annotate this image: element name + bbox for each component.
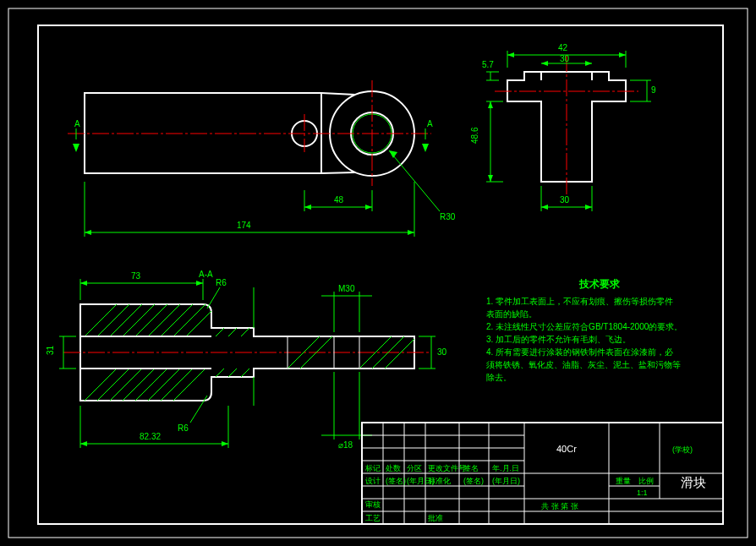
svg-line-67 <box>123 369 155 401</box>
svg-marker-48 <box>488 175 493 182</box>
svg-marker-102 <box>222 441 228 446</box>
section-label: A-A <box>199 270 213 279</box>
svg-marker-37 <box>585 61 592 66</box>
svg-text:年.月.日: 年.月.日 <box>492 464 519 472</box>
svg-text:分区: 分区 <box>407 464 422 472</box>
svg-line-60 <box>148 304 180 336</box>
svg-text:处数: 处数 <box>386 464 401 472</box>
svg-line-96 <box>207 287 220 308</box>
dim-30-bot: 30 <box>560 195 570 205</box>
req-1a: 1. 零件加工表面上，不应有划痕、擦伤等损伤零件 <box>486 297 673 306</box>
svg-marker-13 <box>422 144 429 152</box>
school: (学校) <box>672 445 693 454</box>
material: 40Cr <box>556 444 577 454</box>
svg-text:审核: 审核 <box>365 500 381 509</box>
svg-marker-11 <box>73 144 79 152</box>
svg-text:重量: 重量 <box>616 477 631 485</box>
dim-phi18: ⌀18 <box>338 440 353 450</box>
svg-line-97 <box>190 396 207 423</box>
dim-82-32: 82.32 <box>140 432 161 441</box>
svg-text:工艺: 工艺 <box>365 514 381 522</box>
dim-174: 174 <box>237 221 251 230</box>
req-3: 3. 加工后的零件不允许有毛刺、飞边。 <box>486 335 631 344</box>
requirements-block: 技术要求 1. 零件加工表面上，不应有划痕、擦伤等损伤零件 表面的缺陷。 2. … <box>486 278 682 382</box>
dim-r6-bot: R6 <box>178 423 189 433</box>
svg-line-77 <box>241 369 249 377</box>
dim-r30: R30 <box>440 212 456 221</box>
svg-marker-34 <box>619 52 626 57</box>
svg-marker-92 <box>196 281 203 286</box>
svg-marker-22 <box>85 230 91 235</box>
svg-line-63 <box>186 311 211 336</box>
title-block: 标记 处数 分区 更改文件号 签名 年.月.日 设计 (签名) (年月日) 标准… <box>362 423 723 524</box>
svg-marker-18 <box>365 205 372 210</box>
svg-marker-33 <box>507 52 514 57</box>
svg-marker-25 <box>389 150 397 158</box>
svg-line-65 <box>97 369 129 401</box>
dim-31: 31 <box>46 345 55 355</box>
section-mark-right: A <box>427 119 433 128</box>
svg-line-6 <box>321 172 355 173</box>
dim-r6-top: R6 <box>216 278 227 287</box>
svg-line-57 <box>110 304 142 336</box>
svg-marker-101 <box>80 441 87 446</box>
dim-m30: M30 <box>338 284 355 293</box>
svg-text:设计: 设计 <box>365 477 381 485</box>
svg-line-66 <box>110 369 142 401</box>
svg-text:共 张  第 张: 共 张 第 张 <box>541 502 578 511</box>
svg-text:批准: 批准 <box>428 514 443 522</box>
dim-30-top: 30 <box>560 54 570 63</box>
req-1b: 表面的缺陷。 <box>486 309 537 319</box>
main-view: A A 48 174 R30 <box>68 80 456 237</box>
svg-line-81 <box>372 336 404 369</box>
dim-30-r: 30 <box>437 347 447 357</box>
svg-line-61 <box>161 304 193 336</box>
req-4b: 须将铁锈、氧化皮、油脂、灰尘、泥土、盐和污物等 <box>486 360 681 369</box>
req-4a: 4. 所有需要进行涂装的钢铁制件表面在涂漆前，必 <box>486 347 673 357</box>
req-title: 技术要求 <box>578 278 621 290</box>
svg-marker-17 <box>304 205 311 210</box>
svg-line-70 <box>161 369 193 401</box>
req-2: 2. 未注线性尺寸公差应符合GB/T1804-2000的要求。 <box>486 322 682 331</box>
svg-marker-91 <box>80 281 87 286</box>
svg-text:(签名): (签名) <box>386 477 406 485</box>
svg-text:(签名): (签名) <box>463 477 484 485</box>
svg-text:标记: 标记 <box>364 464 381 472</box>
svg-line-5 <box>321 93 355 95</box>
svg-line-68 <box>135 369 167 401</box>
svg-line-69 <box>148 369 180 401</box>
svg-line-73 <box>228 328 237 336</box>
svg-line-71 <box>173 369 205 401</box>
svg-text:更改文件号: 更改文件号 <box>428 464 466 472</box>
svg-line-64 <box>85 369 117 401</box>
svg-line-76 <box>228 369 237 377</box>
req-4c: 除去。 <box>486 373 512 382</box>
svg-line-75 <box>216 369 224 377</box>
svg-marker-23 <box>408 230 414 235</box>
outer-border <box>8 8 748 538</box>
svg-line-56 <box>97 304 129 336</box>
svg-line-62 <box>173 304 205 336</box>
part-name: 滑块 <box>681 475 706 489</box>
scale: 1:1 <box>637 489 648 497</box>
dim-9: 9 <box>651 85 656 95</box>
svg-line-82 <box>385 339 414 369</box>
svg-marker-52 <box>541 205 548 210</box>
svg-text:比例: 比例 <box>638 477 654 485</box>
dim-73: 73 <box>131 271 141 281</box>
svg-line-55 <box>85 304 117 336</box>
dim-48: 48 <box>334 195 344 205</box>
svg-line-72 <box>216 328 224 336</box>
svg-line-59 <box>135 304 167 336</box>
dim-48-6: 48.6 <box>470 127 479 144</box>
svg-line-58 <box>123 304 155 336</box>
dim-42: 42 <box>558 43 568 52</box>
svg-marker-36 <box>541 61 548 66</box>
dim-5-7: 5.7 <box>482 60 494 69</box>
svg-text:(年月日): (年月日) <box>492 477 520 485</box>
svg-text:标准化: 标准化 <box>427 477 451 485</box>
section-mark-left: A <box>74 119 80 128</box>
svg-marker-53 <box>585 205 592 210</box>
svg-marker-47 <box>488 101 493 108</box>
svg-text:签名: 签名 <box>463 464 479 472</box>
